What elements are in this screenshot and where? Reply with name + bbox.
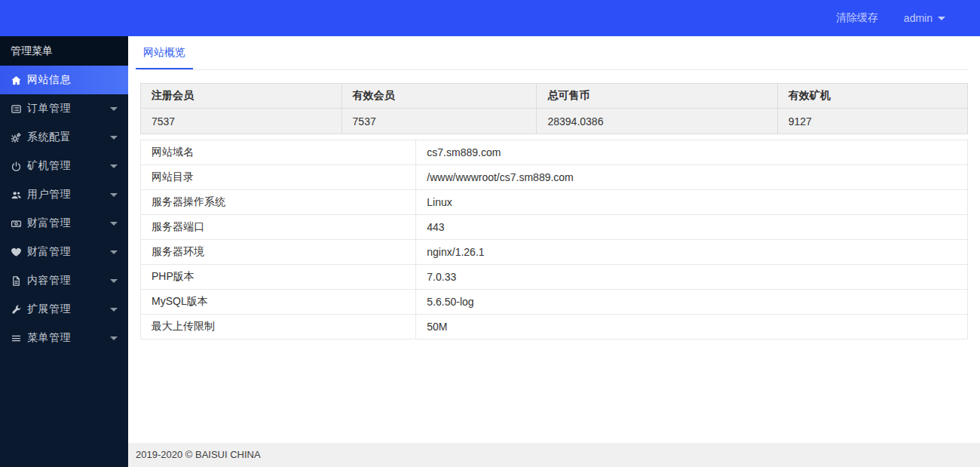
stats-header-row: 注册会员有效会员总可售币有效矿机: [141, 84, 968, 109]
sidebar-item-extension-manage[interactable]: 扩展管理: [0, 295, 128, 324]
sidebar-item-wealth-manage-2[interactable]: 财富管理: [0, 238, 128, 266]
tab-site-overview[interactable]: 网站概览: [136, 36, 193, 69]
stats-value-cell: 7537: [341, 109, 537, 134]
sidebar-item-label: 财富管理: [27, 217, 110, 230]
topbar: 清除缓存 admin: [0, 0, 980, 36]
sidebar-item-user-manage[interactable]: 用户管理: [0, 180, 128, 209]
chevron-down-icon: [110, 193, 118, 197]
sidebar-item-label: 财富管理: [27, 245, 110, 259]
detail-label: 最大上传限制: [141, 315, 416, 339]
chevron-down-icon: [110, 250, 118, 254]
sidebar-item-label: 网站信息: [27, 73, 118, 87]
main-content: 网站概览 注册会员有效会员总可售币有效矿机 7537753728394.0386…: [128, 36, 980, 467]
detail-value: 443: [416, 215, 968, 240]
detail-label: 网站目录: [141, 165, 416, 190]
detail-value: Linux: [416, 190, 968, 215]
detail-label: 网站域名: [141, 140, 416, 165]
chevron-down-icon: [110, 136, 118, 140]
stats-value-cell: 7537: [141, 109, 342, 134]
tab-bar: 网站概览: [140, 36, 968, 70]
file-icon: [11, 275, 22, 287]
copyright-text: 2019-2020 © BAISUI CHINA: [136, 449, 261, 460]
chevron-down-icon: [110, 107, 118, 111]
sidebar-item-label: 系统配置: [27, 131, 110, 144]
home-icon: [11, 75, 22, 86]
heart-icon: [11, 247, 22, 258]
sidebar-item-order-manage[interactable]: 订单管理: [0, 94, 128, 123]
sidebar-item-label: 用户管理: [27, 188, 110, 201]
detail-value: 5.6.50-log: [416, 290, 968, 315]
detail-label: MySQL版本: [141, 290, 416, 315]
footer: 2019-2020 © BAISUI CHINA: [128, 443, 980, 467]
chevron-down-icon: [110, 279, 118, 283]
table-row: 网站域名cs7.sm889.com: [141, 140, 968, 165]
detail-value: nginx/1.26.1: [416, 240, 968, 265]
stats-value-cell: 28394.0386: [537, 109, 777, 134]
detail-value: /www/wwwroot/cs7.sm889.com: [416, 165, 968, 190]
chevron-down-icon: [938, 17, 945, 20]
admin-menu[interactable]: admin: [904, 12, 945, 24]
detail-label: 服务器操作系统: [141, 190, 416, 215]
stats-header-cell: 注册会员: [141, 84, 342, 109]
stats-header-cell: 有效矿机: [777, 84, 967, 109]
sidebar-item-content-manage[interactable]: 内容管理: [0, 266, 128, 295]
chevron-down-icon: [110, 222, 118, 226]
clear-cache-button[interactable]: 清除缓存: [836, 11, 878, 25]
stats-value-row: 7537753728394.03869127: [141, 109, 968, 134]
wrench-icon: [11, 304, 22, 315]
detail-label: 服务器端口: [141, 215, 416, 240]
order-icon: [11, 103, 22, 115]
stats-header-cell: 有效会员: [341, 84, 537, 109]
bars-icon: [11, 333, 22, 344]
sidebar-item-wealth-manage-1[interactable]: 财富管理: [0, 209, 128, 238]
table-row: 服务器环境nginx/1.26.1: [141, 240, 968, 265]
sidebar-item-label: 矿机管理: [27, 159, 110, 173]
table-row: PHP版本7.0.33: [141, 265, 968, 290]
table-row: 服务器操作系统Linux: [141, 190, 968, 215]
sidebar-item-label: 菜单管理: [27, 331, 110, 345]
detail-label: PHP版本: [141, 265, 416, 290]
stats-table: 注册会员有效会员总可售币有效矿机 7537753728394.03869127: [140, 83, 968, 134]
stats-header-cell: 总可售币: [537, 84, 777, 109]
sidebar-menu: 网站信息 订单管理 系统配置 矿机管理 用户管理 财富管理 财富管理 内容管理: [0, 66, 128, 352]
table-row: MySQL版本5.6.50-log: [141, 290, 968, 315]
detail-label: 服务器环境: [141, 240, 416, 265]
sidebar-item-miner-manage[interactable]: 矿机管理: [0, 152, 128, 180]
sidebar-item-system-config[interactable]: 系统配置: [0, 123, 128, 152]
chevron-down-icon: [110, 164, 118, 168]
table-row: 服务器端口443: [141, 215, 968, 240]
power-icon: [11, 161, 22, 172]
chevron-down-icon: [110, 308, 118, 312]
sidebar-item-label: 扩展管理: [27, 303, 110, 316]
table-row: 网站目录/www/wwwroot/cs7.sm889.com: [141, 165, 968, 190]
sidebar-item-site-info[interactable]: 网站信息: [0, 66, 128, 94]
sidebar-header: 管理菜单: [0, 36, 128, 66]
admin-menu-label: admin: [904, 12, 933, 24]
cogs-icon: [11, 132, 22, 143]
money-icon: [11, 218, 22, 229]
stats-value-cell: 9127: [777, 109, 967, 134]
detail-value: 7.0.33: [416, 265, 968, 290]
chevron-down-icon: [110, 336, 118, 340]
detail-value: 50M: [416, 315, 968, 339]
detail-value: cs7.sm889.com: [416, 140, 968, 165]
table-row: 最大上传限制50M: [141, 315, 968, 339]
sidebar-item-menu-manage[interactable]: 菜单管理: [0, 324, 128, 352]
sidebar-item-label: 订单管理: [27, 102, 110, 115]
server-info-table: 网站域名cs7.sm889.com网站目录/www/wwwroot/cs7.sm…: [140, 140, 968, 339]
users-icon: [11, 189, 22, 201]
sidebar-item-label: 内容管理: [27, 274, 110, 287]
sidebar: 管理菜单 网站信息 订单管理 系统配置 矿机管理 用户管理 财富管理 财富管理: [0, 36, 128, 467]
